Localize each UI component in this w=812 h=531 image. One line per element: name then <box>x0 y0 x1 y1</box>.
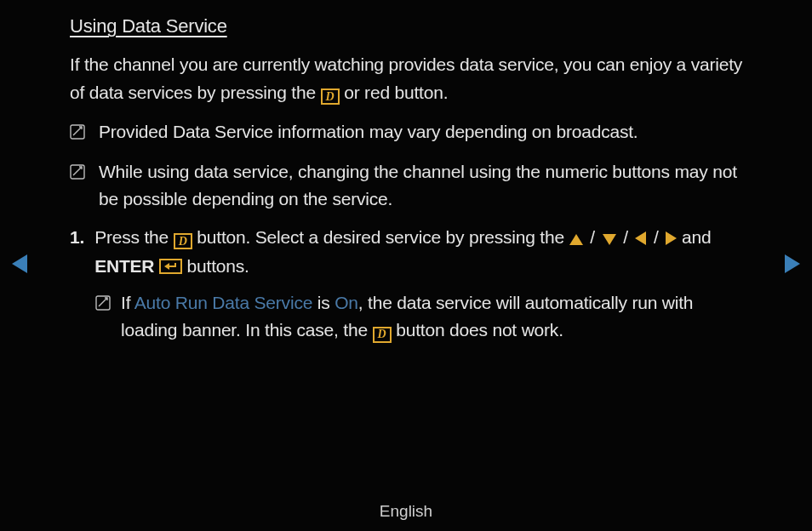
note-icon <box>70 160 85 214</box>
d-button-icon: D <box>373 327 392 343</box>
d-button-icon: D <box>321 88 340 105</box>
slash: / <box>623 227 628 247</box>
nav-next-button[interactable] <box>785 254 800 277</box>
svg-marker-4 <box>635 231 646 245</box>
svg-marker-2 <box>569 234 583 245</box>
note-row-1: Provided Data Service information may va… <box>70 118 744 148</box>
sub-note-text: If Auto Run Data Service is On, the data… <box>121 289 744 345</box>
step1-text-c: and <box>682 227 711 247</box>
step1-text-b: button. Select a desired service by pres… <box>197 227 569 247</box>
intro-text-2: or red button. <box>344 83 448 102</box>
enter-label: ENTER <box>94 256 154 276</box>
note-text-2: While using data service, changing the c… <box>99 158 744 214</box>
note-icon <box>95 291 111 345</box>
subnote-b: is <box>312 293 335 312</box>
subnote-a: If <box>121 293 134 312</box>
svg-marker-9 <box>785 254 800 273</box>
slash: / <box>590 227 595 247</box>
svg-marker-3 <box>603 234 616 245</box>
nav-prev-button[interactable] <box>12 254 27 277</box>
arrow-left-icon <box>635 226 646 254</box>
step-number: 1. <box>70 224 84 281</box>
step-1: 1. Press the D button. Select a desired … <box>70 224 744 281</box>
slash: / <box>654 227 659 247</box>
step-body: Press the D button. Select a desired ser… <box>94 224 744 281</box>
note-icon <box>70 120 85 148</box>
page-title: Using Data Service <box>70 15 744 37</box>
svg-marker-5 <box>666 231 677 245</box>
d-button-icon: D <box>174 233 192 249</box>
intro-paragraph: If the channel you are currently watchin… <box>70 51 744 106</box>
step1-text-a: Press the <box>94 227 174 247</box>
on-label: On <box>335 293 358 312</box>
svg-marker-6 <box>164 263 169 270</box>
step1-text-d: buttons. <box>187 256 249 276</box>
note-text-1: Provided Data Service information may va… <box>99 118 744 148</box>
note-row-2: While using data service, changing the c… <box>70 158 744 214</box>
arrow-right-icon <box>666 226 677 254</box>
sub-note: If Auto Run Data Service is On, the data… <box>95 289 744 345</box>
svg-marker-8 <box>12 254 27 273</box>
auto-run-label: Auto Run Data Service <box>134 293 312 312</box>
enter-button-icon <box>159 259 182 274</box>
language-label: English <box>0 502 812 521</box>
subnote-d: button does not work. <box>392 320 563 340</box>
arrow-up-icon <box>569 226 583 254</box>
arrow-down-icon <box>603 226 616 254</box>
